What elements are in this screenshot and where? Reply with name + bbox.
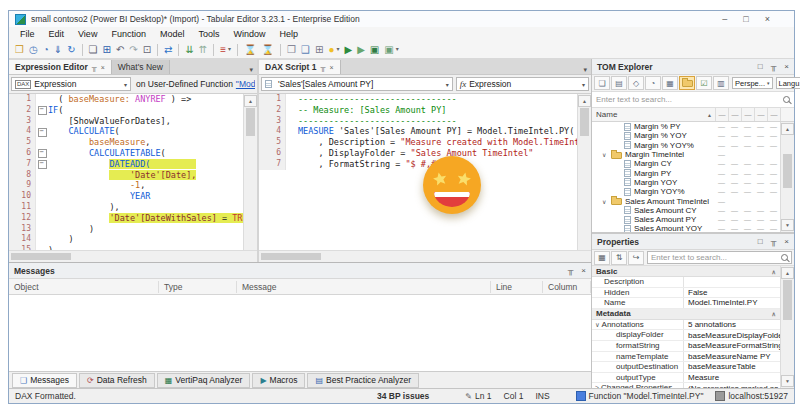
deploy-icon[interactable]: ▣ xyxy=(368,42,381,57)
filter-checkbox-icon[interactable]: ☑ xyxy=(696,76,712,90)
scroll-thumb[interactable] xyxy=(580,108,589,136)
tree-item-sales-amount-yoy[interactable]: Sales Amount YOY————— xyxy=(592,224,780,232)
run-query-icon[interactable]: ▶ xyxy=(342,42,354,57)
export-tables-icon[interactable]: ⇈ xyxy=(197,42,209,57)
new-dax-script-icon[interactable]: ❏ xyxy=(87,42,100,57)
chevron-down-icon[interactable]: ▾ xyxy=(336,42,339,57)
redo-icon[interactable]: ↷ xyxy=(127,42,139,57)
filter-scripts-icon[interactable]: ❏ xyxy=(594,76,610,90)
property-annotations[interactable]: ∨ Annotations5 annotations xyxy=(592,320,780,331)
follow-link-icon[interactable]: ↪ xyxy=(628,251,644,265)
dax-vscrollbar[interactable]: ▲ xyxy=(577,94,591,250)
pin-icon[interactable]: ╥ xyxy=(321,64,326,71)
edit-table-icon[interactable]: ⊞ xyxy=(313,42,325,57)
tom-search[interactable]: Enter text to search... xyxy=(592,92,794,108)
import-tables-icon[interactable]: ⇊ xyxy=(183,42,195,57)
property-description[interactable]: Description xyxy=(592,277,780,288)
menu-view[interactable]: View xyxy=(71,28,104,40)
tree-item-margin-yoy[interactable]: Margin YOY%————— xyxy=(592,187,780,196)
pin-icon[interactable]: ╥ xyxy=(568,266,574,275)
model-history-icon[interactable]: ◷ xyxy=(27,42,40,57)
update-schema-icon[interactable]: ⇄ xyxy=(162,42,174,57)
filter-columns-icon[interactable]: ▥ xyxy=(713,76,729,90)
filter-hierarchies-icon[interactable]: ◇ xyxy=(628,76,644,90)
scroll-up-icon[interactable]: ▲ xyxy=(578,95,591,107)
menu-tools[interactable]: Tools xyxy=(191,28,226,40)
pin-icon[interactable]: ╥ xyxy=(771,62,777,71)
open-model-icon[interactable]: ❒ xyxy=(13,42,26,57)
dax-code[interactable]: 1-------------------------------2-- Meas… xyxy=(259,94,577,250)
comments-icon[interactable]: ❑ xyxy=(299,42,312,57)
property-outputtype[interactable]: outputTypeMeasure xyxy=(592,373,780,384)
column-column[interactable]: Column xyxy=(543,281,591,293)
property-nametemplate[interactable]: nameTemplatebaseMeasureName PY xyxy=(592,352,780,363)
properties-vscrollbar[interactable]: ▲ ▼ xyxy=(780,266,794,388)
fold-marker[interactable] xyxy=(36,159,48,170)
section-basic[interactable]: Basic∧ xyxy=(592,266,780,277)
property-outputdestination[interactable]: outputDestinationbaseMeasureTable xyxy=(592,362,780,373)
scroll-down-icon[interactable]: ▼ xyxy=(781,375,794,387)
tab-overflow-icon[interactable]: ▾ xyxy=(579,66,591,74)
scroll-thumb[interactable] xyxy=(783,154,792,188)
tree-item-sales-amount-timeintel[interactable]: ∨Sales Amount TimeIntel— xyxy=(592,196,780,205)
tree-item-margin-yoy[interactable]: Margin % YOY————— xyxy=(592,131,780,140)
server-address[interactable]: localhost:51927 xyxy=(728,391,788,401)
scroll-thumb[interactable] xyxy=(261,253,321,260)
pause-session-icon[interactable]: ⌛ xyxy=(260,42,276,57)
close-icon[interactable]: × xyxy=(784,62,789,71)
chevron-down-icon[interactable]: ▾ xyxy=(396,42,399,57)
menu-model[interactable]: Model xyxy=(153,28,192,40)
properties-search[interactable]: Enter text to search... xyxy=(647,251,792,264)
tree-item-margin-timeintel[interactable]: ∨Margin TimeIntel— xyxy=(592,150,780,159)
perspective-dropdown[interactable]: Perspe... ▾ xyxy=(732,77,773,89)
column-object[interactable]: Object xyxy=(9,281,159,293)
display-folders-icon[interactable] xyxy=(679,76,695,90)
current-function[interactable]: Function "Model.TimeIntel.PY" xyxy=(589,391,704,401)
run-file-icon[interactable]: ▶ xyxy=(355,42,367,57)
categorized-view-icon[interactable]: ▦ xyxy=(594,251,610,265)
float-icon[interactable]: □ xyxy=(758,237,763,246)
close-icon[interactable]: × xyxy=(784,237,789,246)
tab-overflow-icon[interactable]: ▾ xyxy=(245,66,257,74)
function-link[interactable]: "Model.TimeIntel.PY" xyxy=(236,79,255,89)
tree-item-margin-py[interactable]: Margin % PY————— xyxy=(592,122,780,131)
dax-expression-dropdown[interactable]: fx Expression ▾ xyxy=(456,77,589,91)
menu-function[interactable]: Function xyxy=(104,28,153,40)
menu-window[interactable]: Window xyxy=(226,28,272,40)
search-input[interactable]: Enter text to search... xyxy=(596,95,779,104)
maximize-button[interactable]: □ xyxy=(743,14,748,24)
float-icon[interactable]: □ xyxy=(758,62,763,71)
property-hidden[interactable]: HiddenFalse xyxy=(592,288,780,299)
scroll-up-icon[interactable]: ▲ xyxy=(781,123,794,135)
tree-item-margin-cy[interactable]: Margin CY————— xyxy=(592,159,780,168)
tab-whats-new[interactable]: What's New xyxy=(112,60,170,74)
tree-item-sales-amount-cy[interactable]: Sales Amount CY————— xyxy=(592,206,780,215)
language-dropdown[interactable]: Langu... ▾ xyxy=(776,77,800,89)
column-type[interactable]: Type xyxy=(159,281,237,293)
fold-marker[interactable] xyxy=(36,126,48,137)
tree-item-sales-amount-py[interactable]: Sales Amount PY————— xyxy=(592,215,780,224)
dax-object-dropdown[interactable]: 'Sales'[Sales Amount PY] ▾ xyxy=(261,77,453,91)
scroll-up-icon[interactable]: ▲ xyxy=(244,95,257,107)
close-icon[interactable]: × xyxy=(581,266,586,275)
close-icon[interactable]: × xyxy=(329,64,333,71)
expand-arrow-icon[interactable]: ∨ xyxy=(602,198,611,205)
expression-vscrollbar[interactable]: ▲ xyxy=(243,94,257,250)
alphabetical-sort-icon[interactable]: ⇅ xyxy=(611,251,627,265)
preview-data-icon[interactable]: ⊡ xyxy=(141,42,153,57)
menu-edit[interactable]: Edit xyxy=(42,28,72,40)
dax-hscrollbar[interactable] xyxy=(259,250,591,262)
tab-messages[interactable]: ❑Messages xyxy=(12,373,77,388)
filter-partitions-icon[interactable]: ◔ xyxy=(645,76,661,90)
property-name[interactable]: NameModel.TimeIntel.PY xyxy=(592,298,780,309)
scroll-up-icon[interactable]: ▲ xyxy=(781,267,794,279)
fold-marker[interactable] xyxy=(36,148,48,159)
tree-column-2[interactable]: — xyxy=(729,108,742,121)
scroll-thumb[interactable] xyxy=(783,280,792,320)
script-deploy-icon[interactable]: ▣▾ xyxy=(382,42,400,57)
filter-tables-icon[interactable]: ▦ xyxy=(662,76,678,90)
refresh-model-icon[interactable]: ↻ xyxy=(65,42,77,57)
tree-item-margin-py[interactable]: Margin PY————— xyxy=(592,168,780,177)
expression-code[interactable]: 1 ( baseMeasure: ANYREF ) =>2IF(3 [ShowV… xyxy=(9,94,243,250)
expand-icon[interactable]: ∨ xyxy=(595,321,600,328)
